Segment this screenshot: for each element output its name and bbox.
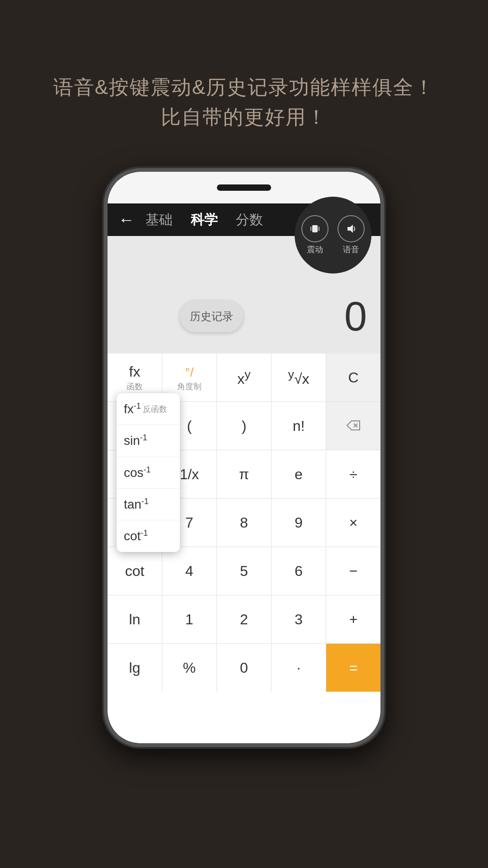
key-main-text: 1 (185, 611, 193, 628)
key-main-text: 7 (185, 514, 193, 531)
key-_-2-4[interactable]: ÷ (326, 450, 380, 498)
key-row-4: cot456− (108, 547, 380, 595)
key-cot-4-0[interactable]: cot (108, 547, 162, 595)
voice-icon (338, 215, 365, 242)
history-button[interactable]: 历史记录 (180, 301, 243, 332)
key-3-5-3[interactable]: 3 (272, 595, 326, 643)
key-main-text: fx (129, 363, 141, 380)
key-main-text: − (349, 563, 358, 580)
key-main-text: 8 (240, 514, 248, 531)
key-sub-text: 函数 (127, 381, 143, 392)
key-main-text: C (348, 369, 358, 386)
key-n_-1-3[interactable]: n! (272, 402, 326, 450)
key-main-text: lg (129, 660, 141, 676)
key-_-3-4[interactable]: × (326, 499, 380, 547)
svg-rect-2 (319, 226, 319, 231)
svg-rect-0 (312, 225, 318, 232)
key-main-text: % (183, 660, 196, 676)
key-main-text: xy (237, 368, 250, 387)
key-_-1-2[interactable]: ) (217, 402, 272, 450)
popup-item-tan[interactable]: tan-1 (117, 489, 180, 520)
tab-science[interactable]: 科学 (191, 211, 218, 229)
key-main-text: cot (125, 563, 145, 580)
key-main-text: 6 (295, 563, 303, 580)
key-row-5: ln123+ (108, 595, 380, 644)
key-main-text: 0 (240, 660, 248, 676)
key-main-text: 5 (240, 563, 248, 580)
popup-menu: fx-1反函数sin-1cos-1tan-1cot-1 (117, 393, 180, 552)
key-x_-0-2[interactable]: xy (217, 354, 272, 401)
key-_-4-4[interactable]: − (326, 547, 380, 595)
key-_-6-3[interactable]: · (272, 644, 326, 692)
key-main-text: ÷ (349, 466, 357, 483)
key-4-4-1[interactable]: 4 (162, 547, 217, 595)
key-8-3-2[interactable]: 8 (217, 499, 272, 547)
popup-item-cos[interactable]: cos-1 (117, 457, 180, 489)
key-main-text: °/ (185, 363, 194, 380)
vibrate-label: 震动 (307, 244, 323, 255)
popup-item-fx[interactable]: fx-1反函数 (117, 393, 180, 425)
key-main-text: 1/x (180, 466, 199, 483)
tab-basic[interactable]: 基础 (145, 211, 173, 229)
floating-buttons: 震动 语音 (295, 197, 371, 274)
vibrate-button[interactable]: 震动 (301, 215, 328, 255)
key-_-2-2[interactable]: π (217, 450, 272, 498)
key-6-4-3[interactable]: 6 (272, 547, 326, 595)
key-C-0-4[interactable]: C (326, 354, 380, 401)
key-main-text: = (349, 660, 358, 676)
key-main-text: 4 (185, 563, 193, 580)
key-_-1-4[interactable] (326, 402, 380, 450)
key-main-text: + (349, 611, 358, 628)
svg-marker-3 (347, 225, 353, 233)
key-lg-6-0[interactable]: lg (108, 644, 162, 692)
phone-mockup: ← 基础 科学 分数 (104, 168, 384, 747)
key-main-text: 2 (240, 611, 248, 628)
key-ln-5-0[interactable]: ln (108, 595, 162, 643)
key-main-text (346, 418, 361, 434)
tab-fraction[interactable]: 分数 (236, 211, 263, 229)
phone-screen: ← 基础 科学 分数 (108, 172, 380, 743)
key-e-2-3[interactable]: e (272, 450, 326, 498)
key-5-4-2[interactable]: 5 (217, 547, 272, 595)
key-main-text: ( (187, 418, 192, 434)
phone-frame: ← 基础 科学 分数 (104, 168, 384, 747)
vibrate-icon (301, 215, 328, 242)
key-sub-text: 角度制 (177, 381, 202, 392)
promo-line1: 语音&按键震动&历史记录功能样样俱全！ (53, 72, 435, 102)
promo-line2: 比自带的更好用！ (53, 102, 435, 132)
key-__x-0-3[interactable]: y√x (272, 354, 326, 401)
display-value: 0 (344, 293, 367, 340)
voice-button[interactable]: 语音 (338, 215, 365, 255)
key-_-5-4[interactable]: + (326, 595, 380, 643)
key-2-5-2[interactable]: 2 (217, 595, 272, 643)
popup-item-cot[interactable]: cot-1 (117, 520, 180, 552)
popup-item-sin[interactable]: sin-1 (117, 425, 180, 457)
key-main-text: · (297, 660, 301, 676)
key-main-text: 3 (295, 611, 303, 628)
key-main-text: n! (293, 418, 305, 434)
key-main-text: × (349, 514, 358, 531)
key-row-6: lg%0·= (108, 644, 380, 692)
voice-label: 语音 (343, 244, 359, 255)
key-main-text: y√x (288, 368, 310, 387)
key-_-6-1[interactable]: % (162, 644, 217, 692)
key-main-text: 9 (295, 514, 303, 531)
phone-notch (217, 184, 271, 191)
key-1-5-1[interactable]: 1 (162, 595, 217, 643)
back-button[interactable]: ← (118, 210, 135, 229)
key-_-6-4[interactable]: = (326, 644, 380, 692)
key-9-3-3[interactable]: 9 (272, 499, 326, 547)
key-0-6-2[interactable]: 0 (217, 644, 272, 692)
svg-rect-1 (310, 226, 311, 231)
key-main-text: ) (242, 418, 247, 434)
key-main-text: ln (129, 611, 141, 628)
key-main-text: π (239, 466, 249, 483)
key-main-text: e (295, 466, 303, 483)
promo-text: 语音&按键震动&历史记录功能样样俱全！ 比自带的更好用！ (53, 72, 435, 132)
